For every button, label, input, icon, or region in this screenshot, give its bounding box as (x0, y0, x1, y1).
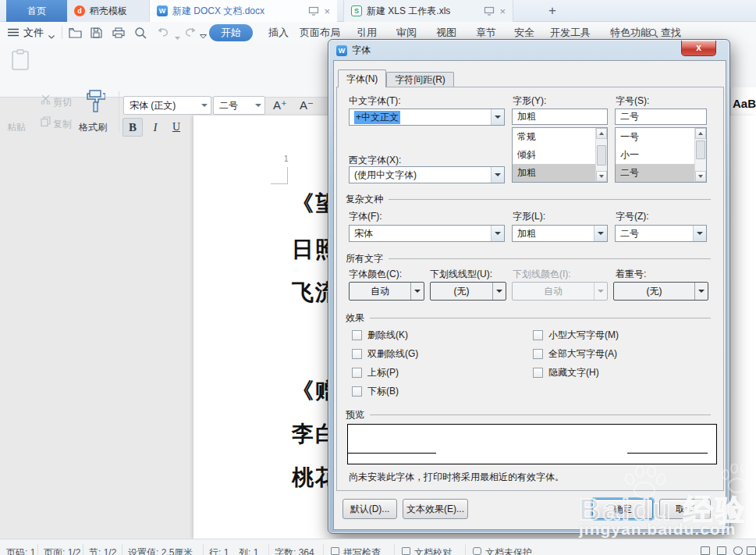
checkbox-double-strikethrough[interactable]: 双删除线(G) (352, 347, 418, 361)
cut-icon[interactable] (41, 94, 51, 107)
ribbon-tab-insert[interactable]: 插入 (268, 26, 289, 40)
copy-button[interactable]: 复制 (53, 118, 72, 131)
scroll-down-icon[interactable] (695, 171, 706, 182)
tab-docer-templates[interactable]: d 稻壳模板 (67, 0, 150, 22)
font-size-combobox[interactable]: 二号 (213, 96, 265, 115)
scroll-down-icon[interactable] (596, 171, 607, 182)
dialog-tab-font[interactable]: 字体(N) (338, 69, 386, 87)
tab-docx-document[interactable]: W 新建 DOCX 文档.docx × (150, 0, 337, 22)
font-dialog-titlebar[interactable]: W 字体 (336, 44, 371, 57)
ribbon-tab-references[interactable]: 引用 (357, 26, 377, 40)
open-folder-icon[interactable] (69, 27, 82, 41)
font-style-listbox[interactable]: 常规 倾斜 加粗 (512, 127, 608, 183)
file-menu[interactable]: 文件 (23, 26, 44, 40)
ribbon-tab-view[interactable]: 视图 (436, 26, 456, 40)
grow-font-button[interactable]: A⁺ (270, 96, 290, 115)
cn-font-combobox[interactable]: +中文正文 (349, 109, 505, 126)
edit-mode-icon[interactable] (733, 546, 743, 555)
status-margin-setting[interactable]: 设置值: 2.5厘米 (128, 546, 193, 555)
scrollbar[interactable] (694, 128, 706, 182)
status-protection[interactable]: 文档未保护 (485, 546, 532, 555)
outline-view-icon[interactable] (747, 546, 756, 555)
list-item[interactable]: 倾斜 (513, 146, 607, 164)
close-tab-icon[interactable]: × (324, 6, 330, 16)
format-painter-icon[interactable] (85, 90, 105, 117)
list-item[interactable]: 常规 (513, 128, 607, 146)
ribbon-tab-special-features[interactable]: 特色功能 (610, 26, 651, 40)
font-color-combobox[interactable]: 自动 (349, 282, 424, 301)
print-preview-icon[interactable] (134, 27, 147, 41)
cut-button[interactable]: 剪切 (53, 96, 72, 109)
status-section[interactable]: 节: 1/2 (89, 546, 116, 555)
ribbon-tab-section[interactable]: 章节 (476, 26, 496, 40)
scrollbar-thumb[interactable] (597, 145, 606, 165)
close-tab-icon[interactable]: × (499, 6, 506, 16)
undo-dropdown-icon[interactable] (175, 31, 180, 42)
dropdown-arrow-icon[interactable] (491, 226, 504, 241)
share-to-screen-icon[interactable] (308, 6, 319, 16)
status-column[interactable]: 列: 1 (239, 546, 258, 555)
status-line[interactable]: 行: 1 (209, 546, 229, 555)
checkbox-small-caps[interactable]: 小型大写字母(M) (533, 329, 619, 342)
scrollbar[interactable] (595, 128, 607, 182)
hamburger-menu-icon[interactable] (8, 28, 19, 39)
chevron-down-icon[interactable] (48, 30, 55, 41)
ribbon-tab-review[interactable]: 审阅 (396, 26, 417, 40)
status-spellcheck[interactable]: 拼写检查 (343, 546, 381, 555)
format-painter-button[interactable]: 格式刷 (79, 121, 107, 134)
dialog-close-button[interactable]: x (681, 41, 716, 56)
ok-button[interactable]: 确定 (592, 499, 653, 519)
dialog-tab-char-spacing[interactable]: 字符间距(R) (386, 72, 454, 87)
copy-icon[interactable] (41, 116, 51, 129)
dropdown-arrow-icon[interactable] (491, 167, 504, 183)
print-icon[interactable] (112, 27, 125, 41)
cancel-button[interactable]: 取消 (659, 499, 711, 519)
paste-button[interactable]: 粘贴 (7, 121, 26, 134)
dropdown-arrow-icon[interactable] (693, 226, 706, 241)
full-screen-view-icon[interactable] (701, 546, 710, 555)
default-button[interactable]: 默认(D)... (343, 499, 397, 519)
ribbon-tab-developer[interactable]: 开发工具 (550, 26, 591, 40)
scroll-up-icon[interactable] (596, 128, 607, 139)
bold-button[interactable]: B (122, 118, 143, 137)
underline-style-combobox[interactable]: (无) (430, 282, 506, 301)
checkbox-all-caps[interactable]: 全部大写字母(A) (533, 347, 617, 361)
font-size-input[interactable]: 二号 (615, 109, 707, 125)
search-label[interactable]: 查找 (661, 26, 681, 40)
list-item-selected[interactable]: 加粗 (513, 164, 596, 182)
new-tab-button[interactable]: + (543, 2, 562, 20)
redo-icon[interactable] (184, 27, 197, 40)
underline-button[interactable]: U (166, 118, 186, 137)
font-size-listbox[interactable]: 一号 小一 二号 (615, 127, 707, 183)
ribbon-tab-home[interactable]: 开始 (209, 24, 253, 41)
text-effects-button[interactable]: 文本效果(E)... (403, 499, 468, 519)
toolbar-more-icon[interactable] (200, 30, 207, 41)
scroll-up-icon[interactable] (695, 128, 706, 139)
list-item[interactable]: 一号 (616, 128, 706, 146)
dropdown-arrow-icon[interactable] (594, 226, 607, 241)
complex-size-combobox[interactable]: 二号 (615, 225, 707, 242)
status-page-number[interactable]: 页码: 1 (6, 546, 35, 555)
checkbox-hidden-text[interactable]: 隐藏文字(H) (533, 366, 599, 379)
save-icon[interactable] (91, 27, 102, 41)
tab-home[interactable]: 首页 (6, 0, 67, 22)
font-name-combobox[interactable]: 宋体 (正文) (123, 96, 211, 115)
complex-font-combobox[interactable]: 宋体 (349, 225, 505, 242)
emphasis-mark-combobox[interactable]: (无) (613, 282, 708, 301)
paste-icon[interactable] (11, 49, 30, 73)
checkbox-subscript[interactable]: 下标(B) (352, 385, 399, 398)
status-proofread[interactable]: 文档校对 (414, 546, 452, 555)
list-item[interactable]: 小一 (616, 146, 706, 164)
checkbox-strikethrough[interactable]: 删除线(K) (352, 329, 408, 342)
dropdown-arrow-icon[interactable] (694, 283, 708, 300)
italic-button[interactable]: I (145, 118, 165, 137)
list-item-selected[interactable]: 二号 (616, 164, 695, 182)
scrollbar-thumb[interactable] (696, 141, 705, 159)
ribbon-tab-security[interactable]: 安全 (514, 26, 534, 40)
font-style-input[interactable]: 加粗 (512, 109, 608, 125)
ribbon-tab-page-layout[interactable]: 页面布局 (300, 26, 340, 40)
western-font-combobox[interactable]: (使用中文字体) (349, 166, 505, 183)
share-to-screen-icon[interactable] (484, 6, 495, 16)
dropdown-arrow-icon[interactable] (492, 283, 506, 300)
complex-style-combobox[interactable]: 加粗 (512, 225, 608, 242)
